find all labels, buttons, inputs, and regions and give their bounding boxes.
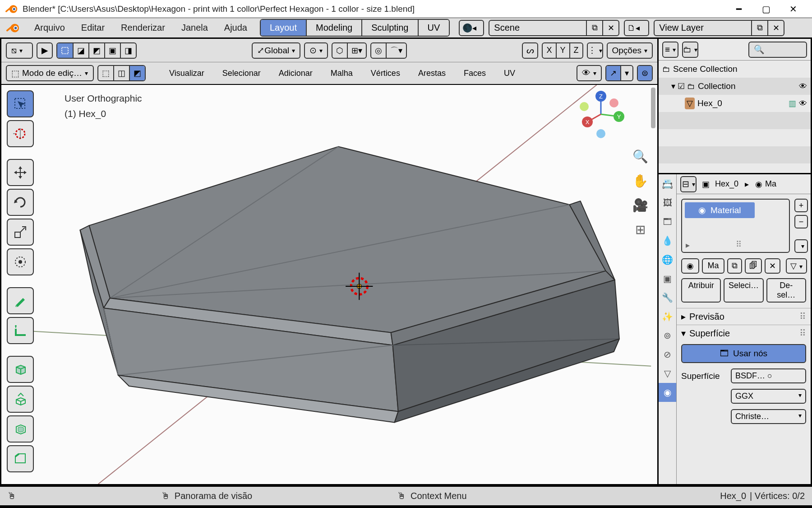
select-box-icon[interactable] <box>57 43 74 58</box>
select-intersect-icon[interactable]: ▣ <box>105 43 121 58</box>
outliner-row-scene[interactable]: 🗀 Scene Collection <box>659 61 811 78</box>
select-subtract-icon[interactable]: ◩ <box>89 43 105 58</box>
menu-window[interactable]: Janela <box>173 18 216 37</box>
scene-name[interactable]: Scene <box>489 23 586 33</box>
panel-preview[interactable]: ▸ Previsão⠿ <box>677 308 811 325</box>
material-copy-icon[interactable]: 🗐 <box>745 258 762 274</box>
tab-sculpting[interactable]: Sculpting <box>362 20 418 36</box>
mirror-icon[interactable]: ᔕ <box>522 42 538 59</box>
material-unlink-icon[interactable]: ✕ <box>765 258 780 274</box>
viewlayer-browse[interactable]: 🗋◂ <box>624 20 649 36</box>
cursor-tool-icon[interactable]: ▶ <box>37 42 53 59</box>
visibility-dropdown[interactable]: 👁 <box>577 65 602 81</box>
material-name-short[interactable]: Ma <box>702 258 724 274</box>
slot-grip-icon[interactable]: ⠿ <box>736 239 742 249</box>
edge-select-icon[interactable]: ◫ <box>114 66 130 80</box>
viewlayer-name[interactable]: View Layer <box>655 23 751 33</box>
material-add-button[interactable]: + <box>794 199 808 212</box>
tool-cursor[interactable] <box>7 120 34 147</box>
tool-annotate[interactable] <box>7 287 34 314</box>
material-slot-active[interactable]: ◉Material <box>685 202 755 218</box>
material-browse[interactable]: ◉ <box>681 258 699 274</box>
ptab-viewlayer[interactable]: 🗔 <box>659 212 676 231</box>
outliner-row-hex[interactable]: ▽ Hex_0 ▥ 👁 <box>659 95 811 112</box>
menu-face[interactable]: Faces <box>457 66 493 81</box>
mode-dropdown[interactable]: ⬚ Modo de ediç… <box>6 65 94 81</box>
maximize-button[interactable]: ▢ <box>752 0 780 18</box>
close-button[interactable]: ✕ <box>780 0 807 18</box>
axis-x[interactable]: X <box>543 43 556 58</box>
snap-toggle-icon[interactable]: ⬡ <box>332 43 348 58</box>
tool-add-cube[interactable] <box>7 356 34 383</box>
menu-help[interactable]: Ajuda <box>216 18 255 37</box>
menu-view[interactable]: Visualizar <box>162 66 212 81</box>
pan-icon[interactable]: ✋ <box>632 172 648 189</box>
ptab-world[interactable]: 🌐 <box>659 250 676 269</box>
proportional-falloff-icon[interactable]: ⌒▾ <box>387 43 406 58</box>
outliner-type-dropdown[interactable]: ≡ <box>662 42 678 58</box>
orientation-dropdown[interactable]: ⤢ Global <box>252 42 300 59</box>
ptab-modifiers[interactable]: 🔧 <box>659 288 676 307</box>
menu-edit[interactable]: Editar <box>73 18 113 37</box>
surface-shader-dropdown[interactable]: BSDF… ○ <box>731 368 806 383</box>
slot-expand-icon[interactable]: ▸ <box>686 240 690 250</box>
outliner-display-dropdown[interactable]: 🗀 <box>682 42 698 58</box>
material-assign-button[interactable]: Atribuir <box>681 278 721 303</box>
ptab-constraints[interactable]: ⊘ <box>659 345 676 364</box>
gizmo-toggle-icon[interactable]: ↗ <box>606 66 621 80</box>
material-select-button[interactable]: Seleci… <box>724 278 763 303</box>
snap-type-icon[interactable]: ⊞▾ <box>348 43 366 58</box>
tool-move[interactable] <box>7 159 34 186</box>
scene-delete-icon[interactable]: ✕ <box>602 21 618 35</box>
proportional-toggle-icon[interactable]: ◎ <box>371 43 387 58</box>
ptab-output[interactable]: 🖼 <box>659 193 676 212</box>
outliner-row-collection[interactable]: ▾ ☑ 🗀 Collection 👁 <box>659 78 811 95</box>
menu-render[interactable]: Renderizar <box>113 18 173 37</box>
tool-scale[interactable] <box>7 219 34 246</box>
viewport-canvas[interactable]: User Orthographic (1) Hex_0 <box>1 85 657 484</box>
minimize-button[interactable]: ━ <box>725 0 752 18</box>
menu-vertex[interactable]: Vértices <box>364 66 407 81</box>
menu-edge[interactable]: Arestas <box>411 66 453 81</box>
axis-z[interactable]: Z <box>570 43 582 58</box>
tab-modeling[interactable]: Modeling <box>307 20 362 36</box>
edit-mode-icon[interactable]: ▥ <box>789 98 796 108</box>
material-link-dropdown[interactable]: ▽ <box>786 258 807 274</box>
ptab-material[interactable]: ◉ <box>659 383 676 402</box>
use-nodes-button[interactable]: 🗔Usar nós <box>681 344 806 363</box>
zoom-icon[interactable]: 🔍 <box>632 148 648 164</box>
pivot-dropdown[interactable]: ⊙ <box>304 42 328 59</box>
tool-extrude[interactable] <box>7 386 34 413</box>
tab-uv[interactable]: UV <box>419 20 449 36</box>
visibility-icon[interactable]: 👁 <box>799 99 807 108</box>
menu-mesh[interactable]: Malha <box>323 66 360 81</box>
perspective-icon[interactable]: ⊞ <box>632 221 648 238</box>
subsurface-dropdown[interactable]: Christe… <box>731 409 806 424</box>
tool-bevel[interactable] <box>7 445 34 472</box>
scrollbar[interactable] <box>651 88 655 128</box>
menu-file[interactable]: Arquivo <box>26 18 73 37</box>
ptab-particles[interactable]: ✨ <box>659 307 676 326</box>
material-deselect-button[interactable]: De-sel… <box>766 278 806 303</box>
nav-gizmo[interactable]: Z Y X <box>576 89 626 139</box>
breadcrumb-obj[interactable]: Hex_0 <box>715 179 738 189</box>
material-remove-button[interactable]: − <box>794 215 808 228</box>
viewlayer-copy-icon[interactable]: ⧉ <box>751 21 767 35</box>
menu-uv[interactable]: UV <box>497 66 522 81</box>
tool-measure[interactable] <box>7 317 34 344</box>
material-slot-list[interactable]: ◉Material ▸ ⠿ <box>681 199 790 253</box>
ptab-object[interactable]: ▣ <box>659 269 676 288</box>
overlay-toggle-icon[interactable]: ⊜ <box>638 66 652 80</box>
editor-type-dropdown[interactable]: ⧅ <box>6 42 33 59</box>
axis-y[interactable]: Y <box>557 43 570 58</box>
select-extend-icon[interactable]: ◪ <box>74 43 89 58</box>
breadcrumb-mat[interactable]: Ma <box>765 179 776 189</box>
tool-select-box[interactable] <box>7 90 34 117</box>
ptab-scene[interactable]: 💧 <box>659 231 676 250</box>
select-invert-icon[interactable]: ◨ <box>121 43 136 58</box>
camera-icon[interactable]: 🎥 <box>632 197 648 213</box>
panel-surface[interactable]: ▾ Superfície⠿ <box>677 325 811 341</box>
face-select-icon[interactable]: ◩ <box>130 66 145 80</box>
scene-copy-icon[interactable]: ⧉ <box>586 21 602 35</box>
blender-icon[interactable] <box>6 21 20 35</box>
